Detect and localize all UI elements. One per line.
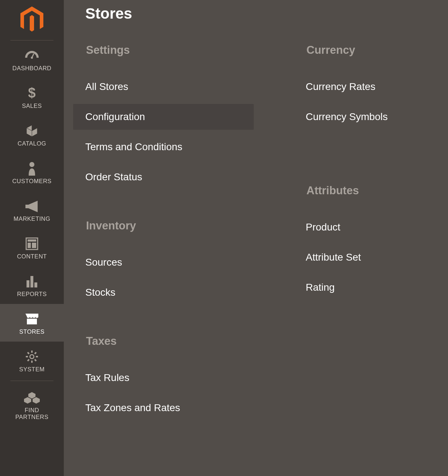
menu-item-sources[interactable]: Sources — [73, 249, 254, 275]
sidebar-item-marketing[interactable]: MARKETING — [0, 191, 64, 229]
sidebar-item-label: DASHBOARD — [12, 65, 51, 72]
sidebar-item-stores[interactable]: STORES — [0, 304, 64, 342]
cube-icon — [25, 124, 38, 138]
gear-icon — [25, 349, 38, 364]
sidebar-item-label: CUSTOMERS — [12, 178, 52, 185]
storefront-icon — [25, 312, 39, 326]
svg-text:$: $ — [28, 86, 36, 100]
menu-item-stocks[interactable]: Stocks — [73, 280, 254, 305]
sidebar-item-content[interactable]: CONTENT — [0, 229, 64, 266]
svg-rect-12 — [27, 319, 37, 324]
sidebar-item-system[interactable]: SYSTEM — [0, 342, 64, 379]
menu-item-currency-symbols[interactable]: Currency Symbols — [294, 104, 448, 130]
flyout-col-left: Settings All Stores Configuration Terms … — [85, 37, 254, 425]
flyout-header: Stores — [85, 0, 448, 37]
flyout-col-right: Currency Currency Rates Currency Symbols… — [306, 37, 448, 425]
svg-rect-16 — [36, 356, 38, 357]
sidebar-item-label: STORES — [19, 328, 45, 335]
svg-rect-6 — [28, 239, 36, 242]
sidebar-item-label: SYSTEM — [19, 366, 45, 373]
sidebar-item-label: SALES — [22, 103, 42, 109]
sidebar-item-label: MARKETING — [14, 215, 51, 222]
menu-item-tax-zones-rates[interactable]: Tax Zones and Rates — [73, 395, 254, 421]
dollar-icon: $ — [28, 86, 36, 100]
svg-rect-8 — [32, 243, 36, 248]
svg-rect-18 — [27, 359, 30, 361]
svg-rect-13 — [31, 351, 33, 353]
sidebar-item-dashboard[interactable]: DASHBOARD — [0, 41, 64, 78]
bar-chart-icon — [25, 274, 38, 289]
menu-item-order-status[interactable]: Order Status — [73, 164, 254, 190]
sidebar-item-label: FIND PARTNERS — [10, 407, 53, 420]
sidebar-item-label: CATALOG — [18, 140, 46, 147]
svg-point-3 — [29, 162, 34, 167]
group-heading-settings: Settings — [85, 44, 254, 57]
svg-rect-14 — [31, 361, 33, 363]
group-heading-inventory: Inventory — [85, 219, 254, 232]
stores-flyout-panel: Stores Settings All Stores Configuration… — [64, 0, 448, 476]
flyout-title: Stores — [85, 5, 448, 22]
menu-item-attribute-set[interactable]: Attribute Set — [294, 244, 448, 270]
menu-item-all-stores[interactable]: All Stores — [73, 74, 254, 100]
svg-rect-19 — [27, 352, 30, 354]
menu-item-tax-rules[interactable]: Tax Rules — [73, 365, 254, 391]
sidebar-item-customers[interactable]: CUSTOMERS — [0, 153, 64, 191]
group-heading-taxes: Taxes — [85, 335, 254, 348]
group-heading-currency: Currency — [306, 44, 448, 57]
menu-item-configuration[interactable]: Configuration — [73, 104, 254, 130]
svg-rect-7 — [28, 243, 31, 248]
admin-sidebar: DASHBOARD $ SALES CATALOG CUSTOMERS MARK… — [0, 0, 64, 476]
sidebar-item-label: REPORTS — [17, 291, 47, 298]
svg-rect-9 — [27, 280, 29, 287]
megaphone-icon — [25, 199, 39, 213]
person-icon — [27, 161, 37, 176]
group-heading-attributes: Attributes — [306, 184, 448, 197]
flyout-columns: Settings All Stores Configuration Terms … — [85, 37, 448, 425]
blocks-icon — [24, 390, 40, 405]
layout-icon — [25, 237, 38, 251]
magento-logo-icon[interactable] — [20, 6, 44, 34]
sidebar-item-catalog[interactable]: CATALOG — [0, 116, 64, 153]
menu-item-currency-rates[interactable]: Currency Rates — [294, 74, 448, 100]
svg-rect-17 — [34, 352, 37, 354]
gauge-icon — [24, 48, 39, 63]
svg-rect-4 — [25, 205, 28, 208]
menu-item-terms-conditions[interactable]: Terms and Conditions — [73, 134, 254, 160]
sidebar-item-reports[interactable]: REPORTS — [0, 266, 64, 304]
menu-item-product[interactable]: Product — [294, 214, 448, 240]
svg-rect-1 — [32, 53, 34, 57]
menu-item-rating[interactable]: Rating — [294, 275, 448, 300]
svg-rect-11 — [34, 282, 37, 287]
svg-rect-10 — [30, 276, 33, 287]
sidebar-item-label: CONTENT — [17, 253, 47, 260]
logo-wrap — [10, 0, 53, 41]
svg-rect-15 — [26, 356, 28, 357]
sidebar-item-partners[interactable]: FIND PARTNERS — [10, 381, 53, 427]
svg-rect-20 — [34, 359, 37, 361]
sidebar-item-sales[interactable]: $ SALES — [0, 78, 64, 116]
